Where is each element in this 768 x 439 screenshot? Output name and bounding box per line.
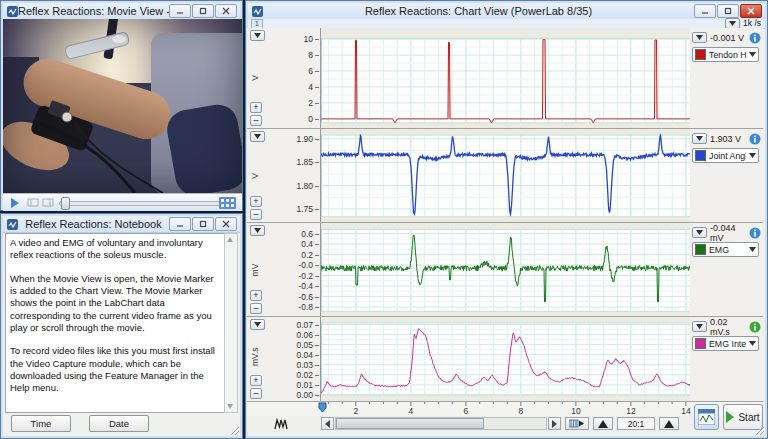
time-button[interactable]: Time xyxy=(11,415,71,432)
movie-seek-track[interactable] xyxy=(59,201,227,206)
value-dropdown[interactable] xyxy=(692,227,707,238)
axis-tick-mark xyxy=(315,385,319,386)
play-icon[interactable] xyxy=(11,198,19,208)
axis-tick-mark xyxy=(315,119,319,120)
channel-selector-ch1[interactable]: Tendon Hammer xyxy=(692,47,759,62)
channel-info-icon[interactable] xyxy=(749,32,761,44)
app-icon xyxy=(252,6,263,17)
channel-divider[interactable] xyxy=(247,222,763,223)
axis-tick-label: 0.03 xyxy=(296,360,313,370)
close-button[interactable] xyxy=(215,217,237,231)
axis-tick-label: 1.75 xyxy=(296,204,313,214)
axis-dropdown[interactable] xyxy=(250,30,265,41)
channel-divider[interactable] xyxy=(247,316,763,317)
channel-info-icon[interactable] xyxy=(749,227,761,239)
zoom-in-button[interactable]: + xyxy=(250,375,262,386)
zoom-in-button[interactable]: + xyxy=(250,102,262,113)
zoom-out-button[interactable]: – xyxy=(250,303,262,314)
minimize-button[interactable] xyxy=(169,217,191,231)
axis-tick-label: 4 xyxy=(308,82,313,92)
sample-rate-dropdown[interactable] xyxy=(725,18,740,29)
chart-scrollbar[interactable] xyxy=(335,417,547,430)
axis-tick-label: 0.04 xyxy=(296,350,313,360)
axis-dropdown[interactable] xyxy=(250,225,265,236)
restore-button[interactable] xyxy=(192,4,214,18)
scroll-up-icon[interactable] xyxy=(226,236,234,244)
zoom-in-button[interactable]: + xyxy=(250,290,262,301)
axis-tick-label: -0.4 xyxy=(298,281,313,291)
resize-grip[interactable] xyxy=(756,427,765,436)
scroll-left-button[interactable] xyxy=(321,417,334,430)
expand-button[interactable] xyxy=(659,417,679,430)
channel-name: Tendon Hammer xyxy=(709,50,746,60)
movie-titlebar[interactable]: Reflex Reactions: Movie View - Record 1 xyxy=(3,3,240,20)
time-tick-label: 2 xyxy=(354,406,359,416)
scope-view-button[interactable] xyxy=(694,404,719,430)
value-dropdown[interactable] xyxy=(692,32,707,43)
axis-tick-label: 0.05 xyxy=(296,340,313,350)
channel-value: -0.001 V xyxy=(710,33,746,43)
marker-m-icon[interactable] xyxy=(274,418,288,430)
compress-button[interactable] xyxy=(593,417,613,430)
channel-value: -0.044 mV xyxy=(710,223,746,243)
scroll-down-icon[interactable] xyxy=(226,402,234,410)
channel-divider[interactable] xyxy=(247,128,763,129)
app-icon xyxy=(7,6,18,17)
channel-info-icon[interactable] xyxy=(749,133,761,145)
movie-seek-handle[interactable] xyxy=(61,197,70,210)
axis-tick-mark xyxy=(315,286,319,287)
time-tick-label: 6 xyxy=(464,406,469,416)
close-button[interactable] xyxy=(740,4,762,18)
notebook-titlebar[interactable]: Reflex Reactions: Notebook xyxy=(3,216,240,233)
axis-dropdown[interactable] xyxy=(250,131,265,142)
notebook-scrollbar[interactable] xyxy=(224,233,238,413)
restore-button[interactable] xyxy=(717,4,739,18)
chart-plot-area-ch4[interactable] xyxy=(321,317,690,401)
date-button[interactable]: Date xyxy=(89,415,149,432)
zoom-out-button[interactable]: – xyxy=(250,388,262,399)
axis-unit-label: V xyxy=(250,71,260,85)
value-dropdown[interactable] xyxy=(692,133,707,144)
zoom-out-button[interactable]: – xyxy=(250,115,262,126)
axis-tick-mark xyxy=(315,103,319,104)
axis-unit-label: mV xyxy=(250,263,260,277)
axis-tick-mark xyxy=(315,375,319,376)
axis-tick-label: 0.02 xyxy=(296,370,313,380)
zoom-out-button[interactable]: – xyxy=(250,209,262,220)
start-label: Start xyxy=(738,412,759,423)
notebook-text-area[interactable]: A video and EMG of voluntary and involun… xyxy=(5,233,226,413)
channel-selector-ch2[interactable]: Joint Angle xyxy=(692,148,759,163)
axis-unit-label: V xyxy=(250,169,260,183)
channel-selector-ch3[interactable]: EMG xyxy=(692,242,759,257)
resize-grip[interactable] xyxy=(231,427,240,436)
close-button[interactable] xyxy=(215,4,237,18)
scrollbar-thumb[interactable] xyxy=(336,418,484,429)
chart-plot-area-ch1[interactable] xyxy=(321,28,690,128)
channel-selector-ch4[interactable]: EMG Integral xyxy=(692,336,759,351)
axis-tick-label: 0 xyxy=(308,114,313,124)
movie-marker[interactable] xyxy=(318,402,327,413)
chart-plot-area-ch3[interactable] xyxy=(321,223,690,316)
film-frames-icon[interactable] xyxy=(219,197,236,209)
axis-tick-mark xyxy=(315,365,319,366)
step-back-icon[interactable] xyxy=(27,198,39,207)
channel-info-icon[interactable] xyxy=(749,321,761,333)
restore-button[interactable] xyxy=(192,217,214,231)
axis-tick-mark xyxy=(315,325,319,326)
compression-ratio[interactable]: 20:1 xyxy=(617,417,655,430)
step-forward-icon[interactable] xyxy=(42,198,54,207)
time-tick-label: 12 xyxy=(626,406,635,416)
movie-video-frame[interactable] xyxy=(3,19,242,193)
channel-color-swatch xyxy=(695,150,706,161)
minimize-button[interactable] xyxy=(694,4,716,18)
axis-dropdown[interactable] xyxy=(250,319,265,330)
chart-titlebar[interactable]: Reflex Reactions: Chart View (PowerLab 8… xyxy=(248,3,765,20)
chart-plot-area-ch2[interactable] xyxy=(321,129,690,222)
channel-name: EMG xyxy=(709,245,746,255)
scroll-right-button[interactable] xyxy=(548,417,561,430)
minimize-button[interactable] xyxy=(169,4,191,18)
value-dropdown[interactable] xyxy=(692,321,707,332)
axis-tick-label: 6 xyxy=(308,66,313,76)
scroll-mode-button[interactable] xyxy=(565,417,589,430)
zoom-in-button[interactable]: + xyxy=(250,196,262,207)
